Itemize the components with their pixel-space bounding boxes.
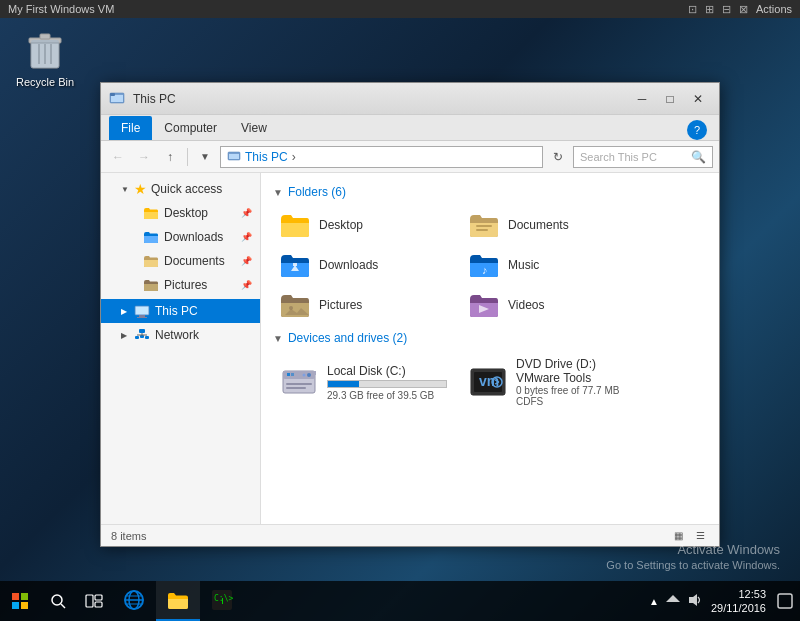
svg-rect-49 [21, 602, 28, 609]
svg-rect-8 [111, 95, 123, 102]
help-btn[interactable]: ? [687, 120, 707, 140]
local-disk-size: 29.3 GB free of 39.5 GB [327, 390, 452, 401]
svg-line-51 [61, 604, 65, 608]
tray-volume-icon[interactable] [687, 593, 703, 610]
vm-ctrl-2[interactable]: ⊞ [705, 3, 714, 16]
main-area: ▼ ★ Quick access Desktop [101, 173, 719, 524]
vm-ctrl-3[interactable]: ⊟ [722, 3, 731, 16]
svg-rect-23 [476, 225, 492, 227]
tab-computer[interactable]: Computer [152, 116, 229, 140]
folder-item-downloads[interactable]: Downloads [273, 247, 458, 283]
window-icon [109, 90, 127, 108]
minimize-btn[interactable]: ─ [629, 88, 655, 110]
maximize-btn[interactable]: □ [657, 88, 683, 110]
pin-icon: 📌 [241, 208, 252, 218]
svg-rect-54 [95, 602, 102, 607]
notification-center-btn[interactable] [770, 581, 800, 621]
local-disk-info: Local Disk (C:) 29.3 GB free of 39.5 GB [327, 364, 452, 401]
pin-icon-4: 📌 [241, 280, 252, 290]
svg-rect-36 [286, 387, 306, 389]
recent-btn[interactable]: ▼ [194, 146, 216, 168]
local-disk-progress-bar [327, 380, 447, 388]
sidebar-this-pc-label: This PC [155, 304, 198, 318]
vm-title-bar: My First Windows VM ⊡ ⊞ ⊟ ⊠ Actions [0, 0, 800, 18]
svg-rect-18 [145, 336, 149, 339]
folders-section-header[interactable]: ▼ Folders (6) [273, 185, 707, 199]
watermark-line1: Activate Windows [606, 542, 780, 557]
folder-desktop-label: Desktop [319, 218, 363, 232]
tab-view[interactable]: View [229, 116, 279, 140]
address-bar: ← → ↑ ▼ This PC › ↻ Search This PC 🔍 [101, 141, 719, 173]
sidebar-item-this-pc[interactable]: ▶ This PC [101, 299, 260, 323]
taskbar-explorer[interactable] [156, 581, 200, 621]
sidebar-item-documents[interactable]: Documents 📌 [101, 249, 260, 273]
svg-rect-48 [12, 602, 19, 609]
title-bar: This PC ─ □ ✕ [101, 83, 719, 115]
search-button[interactable] [40, 581, 76, 621]
sidebar-item-quick-access[interactable]: ▼ ★ Quick access [101, 177, 260, 201]
content-pane: ▼ Folders (6) Desktop [261, 173, 719, 524]
dvd-drive-info: DVD Drive (D:) VMware Tools 0 bytes free… [516, 357, 641, 407]
folder-music-icon: ♪ [468, 251, 500, 279]
taskbar-clock[interactable]: 12:53 29/11/2016 [711, 587, 766, 616]
vm-title: My First Windows VM [8, 3, 114, 15]
taskbar-ie[interactable] [112, 581, 156, 621]
taskbar-cmd[interactable]: C:\> [200, 581, 244, 621]
folder-item-videos[interactable]: Videos [462, 287, 647, 323]
svg-rect-62 [222, 598, 223, 604]
sidebar-item-downloads[interactable]: Downloads 📌 [101, 225, 260, 249]
task-view-button[interactable] [76, 581, 112, 621]
tray-network-icon[interactable] [665, 593, 681, 610]
tray-arrow-icon[interactable]: ▲ [649, 596, 659, 607]
recycle-bin[interactable]: Recycle Bin [15, 28, 75, 88]
svg-rect-9 [110, 93, 115, 96]
svg-rect-37 [287, 373, 290, 376]
tab-file[interactable]: File [109, 116, 152, 140]
sidebar-item-pictures[interactable]: Pictures 📌 [101, 273, 260, 297]
close-btn[interactable]: ✕ [685, 88, 711, 110]
svg-rect-47 [21, 593, 28, 600]
folder-grid: Desktop Documents [273, 207, 707, 323]
svg-point-50 [52, 595, 62, 605]
arrow-icon-3: ▶ [121, 331, 131, 340]
explorer-window: This PC ─ □ ✕ File Computer View ? ← → ↑… [100, 82, 720, 547]
refresh-btn[interactable]: ↻ [547, 146, 569, 168]
drive-item-local[interactable]: Local Disk (C:) 29.3 GB free of 39.5 GB [273, 353, 458, 411]
folder-videos-label: Videos [508, 298, 544, 312]
folder-desktop-icon [279, 211, 311, 239]
sidebar-item-network[interactable]: ▶ Network [101, 323, 260, 347]
svg-rect-26 [293, 263, 297, 266]
sidebar-documents-label: Documents [164, 254, 225, 268]
drive-item-dvd[interactable]: vm DVD Drive (D:) VMware Tools 0 bytes f… [462, 353, 647, 411]
status-item-count: 8 items [111, 530, 146, 542]
folder-item-pictures[interactable]: Pictures [273, 287, 458, 323]
sidebar-item-desktop[interactable]: Desktop 📌 [101, 201, 260, 225]
sidebar: ▼ ★ Quick access Desktop [101, 173, 261, 524]
star-icon: ★ [134, 181, 147, 197]
back-btn[interactable]: ← [107, 146, 129, 168]
up-btn[interactable]: ↑ [159, 146, 181, 168]
svg-rect-53 [95, 595, 102, 600]
dvd-drive-size: 0 bytes free of 77.7 MB [516, 385, 641, 396]
start-button[interactable] [0, 581, 40, 621]
title-bar-controls: ─ □ ✕ [629, 88, 711, 110]
folder-item-music[interactable]: ♪ Music [462, 247, 647, 283]
dvd-drive-fs: CDFS [516, 396, 641, 407]
address-input[interactable]: This PC › [220, 146, 543, 168]
sidebar-pictures-label: Pictures [164, 278, 207, 292]
folders-chevron: ▼ [273, 187, 283, 198]
vm-ctrl-4[interactable]: ⊠ [739, 3, 748, 16]
folder-pictures-label: Pictures [319, 298, 362, 312]
vm-actions[interactable]: Actions [756, 3, 792, 16]
recycle-bin-icon [25, 28, 65, 72]
search-box[interactable]: Search This PC 🔍 [573, 146, 713, 168]
svg-rect-65 [778, 594, 792, 608]
sidebar-downloads-label: Downloads [164, 230, 223, 244]
drives-section-header[interactable]: ▼ Devices and drives (2) [273, 331, 707, 345]
folder-item-desktop[interactable]: Desktop [273, 207, 458, 243]
vm-ctrl-1[interactable]: ⊡ [688, 3, 697, 16]
quick-access-section: ▼ ★ Quick access Desktop [101, 177, 260, 297]
forward-btn[interactable]: → [133, 146, 155, 168]
svg-text:♪: ♪ [482, 264, 488, 276]
folder-item-documents[interactable]: Documents [462, 207, 647, 243]
